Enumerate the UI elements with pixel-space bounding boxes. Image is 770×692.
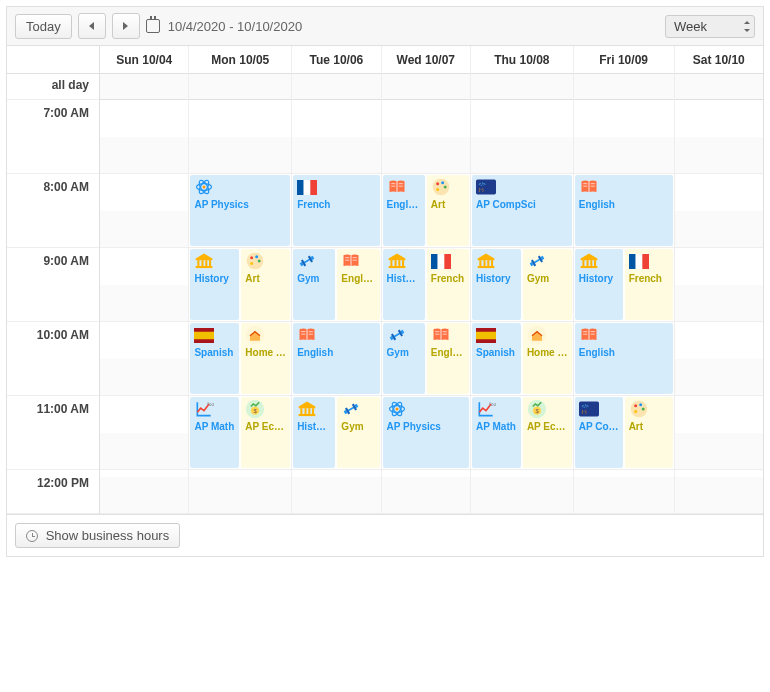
hour-cell[interactable] xyxy=(675,100,763,174)
hour-cell[interactable]: French xyxy=(292,174,380,248)
hour-cell[interactable] xyxy=(675,396,763,470)
day-header[interactable]: Wed 10/07 xyxy=(382,46,470,74)
event[interactable]: History xyxy=(472,249,521,320)
hour-cell[interactable] xyxy=(100,100,188,174)
allday-cell[interactable] xyxy=(382,74,470,100)
allday-cell[interactable] xyxy=(189,74,291,100)
hour-cell[interactable]: HistoryGym xyxy=(292,396,380,470)
hour-cell[interactable] xyxy=(100,470,188,514)
time-label: 10:00 AM xyxy=(7,322,99,396)
hour-cell[interactable]: SpanishHome Ec xyxy=(189,322,291,396)
hour-cell[interactable]: </>{~}AP CompSci xyxy=(471,174,573,248)
event[interactable]: </>{~}AP CompSci xyxy=(575,397,623,468)
today-button[interactable]: Today xyxy=(15,14,72,39)
hour-cell[interactable]: SpanishHome Ec xyxy=(471,322,573,396)
hour-cell[interactable] xyxy=(292,100,380,174)
hour-cell[interactable]: English xyxy=(292,322,380,396)
hour-cell[interactable]: GymEnglish xyxy=(292,248,380,322)
hour-cell[interactable]: EnglishArt xyxy=(382,174,470,248)
event[interactable]: English xyxy=(293,323,379,394)
event[interactable]: Home Ec xyxy=(241,323,290,394)
event-title: History xyxy=(579,273,619,285)
event[interactable]: English xyxy=(575,323,673,394)
event[interactable]: fooAP Math xyxy=(472,397,521,468)
day-header[interactable]: Sun 10/04 xyxy=(100,46,188,74)
hour-cell[interactable]: fooAP Math$AP Econ xyxy=(189,396,291,470)
hour-cell[interactable] xyxy=(382,470,470,514)
day-header[interactable]: Tue 10/06 xyxy=(292,46,380,74)
hour-cell[interactable] xyxy=(189,470,291,514)
next-button[interactable] xyxy=(112,13,140,39)
allday-cell[interactable] xyxy=(100,74,188,100)
allday-cell[interactable] xyxy=(574,74,674,100)
hour-cell[interactable]: fooAP Math$AP Econ xyxy=(471,396,573,470)
event[interactable]: English xyxy=(575,175,673,246)
event[interactable]: History xyxy=(575,249,623,320)
hour-cell[interactable] xyxy=(675,174,763,248)
time-label: 9:00 AM xyxy=(7,248,99,322)
day-header[interactable]: Fri 10/09 xyxy=(574,46,674,74)
hour-cell[interactable]: GymEnglish xyxy=(382,322,470,396)
hour-cell[interactable] xyxy=(471,100,573,174)
dumbbell-icon xyxy=(297,251,317,271)
hour-cell[interactable]: English xyxy=(574,174,674,248)
hour-cell[interactable] xyxy=(100,174,188,248)
hour-cell[interactable] xyxy=(675,322,763,396)
hour-cell[interactable] xyxy=(574,100,674,174)
hour-cell[interactable]: </>{~}AP CompSciArt xyxy=(574,396,674,470)
hour-cell[interactable] xyxy=(292,470,380,514)
event[interactable]: AP Physics xyxy=(190,175,290,246)
event[interactable]: Spanish xyxy=(472,323,521,394)
event[interactable]: Art xyxy=(241,249,290,320)
hour-cell[interactable]: HistoryArt xyxy=(189,248,291,322)
event[interactable]: Gym xyxy=(383,323,425,394)
hour-cell[interactable]: HistoryFrench xyxy=(382,248,470,322)
event[interactable]: English xyxy=(427,323,469,394)
event[interactable]: History xyxy=(190,249,239,320)
event[interactable]: fooAP Math xyxy=(190,397,239,468)
event[interactable]: Gym xyxy=(523,249,572,320)
day-header[interactable]: Thu 10/08 xyxy=(471,46,573,74)
event[interactable]: Spanish xyxy=(190,323,239,394)
view-select[interactable]: Week xyxy=(665,15,755,38)
hour-cell[interactable]: HistoryFrench xyxy=(574,248,674,322)
event[interactable]: Art xyxy=(625,397,673,468)
event[interactable]: Gym xyxy=(293,249,335,320)
event[interactable]: French xyxy=(625,249,673,320)
event[interactable]: French xyxy=(293,175,379,246)
day-header[interactable]: Sat 10/10 xyxy=(675,46,763,74)
event[interactable]: French xyxy=(427,249,469,320)
event[interactable]: English xyxy=(383,175,425,246)
event[interactable]: Gym xyxy=(337,397,379,468)
event[interactable]: Home Ec xyxy=(523,323,572,394)
event[interactable]: History xyxy=(383,249,425,320)
event[interactable]: AP Physics xyxy=(383,397,469,468)
hour-cell[interactable]: HistoryGym xyxy=(471,248,573,322)
event[interactable]: History xyxy=(293,397,335,468)
svg-rect-81 xyxy=(582,260,584,266)
show-business-hours-button[interactable]: Show business hours xyxy=(15,523,180,548)
hour-cell[interactable] xyxy=(675,470,763,514)
event[interactable]: Art xyxy=(427,175,469,246)
calendar-icon[interactable] xyxy=(146,19,160,33)
hour-cell[interactable] xyxy=(382,100,470,174)
hour-cell[interactable] xyxy=(100,322,188,396)
allday-cell[interactable] xyxy=(471,74,573,100)
hour-cell[interactable] xyxy=(100,396,188,470)
hour-cell[interactable]: AP Physics xyxy=(382,396,470,470)
event[interactable]: $AP Econ xyxy=(523,397,572,468)
hour-cell[interactable] xyxy=(675,248,763,322)
hour-cell[interactable]: AP Physics xyxy=(189,174,291,248)
hour-cell[interactable] xyxy=(574,470,674,514)
hour-cell[interactable] xyxy=(471,470,573,514)
allday-cell[interactable] xyxy=(675,74,763,100)
event[interactable]: English xyxy=(337,249,379,320)
hour-cell[interactable] xyxy=(100,248,188,322)
hour-cell[interactable]: English xyxy=(574,322,674,396)
allday-cell[interactable] xyxy=(292,74,380,100)
day-header[interactable]: Mon 10/05 xyxy=(189,46,291,74)
prev-button[interactable] xyxy=(78,13,106,39)
event[interactable]: </>{~}AP CompSci xyxy=(472,175,572,246)
event[interactable]: $AP Econ xyxy=(241,397,290,468)
hour-cell[interactable] xyxy=(189,100,291,174)
